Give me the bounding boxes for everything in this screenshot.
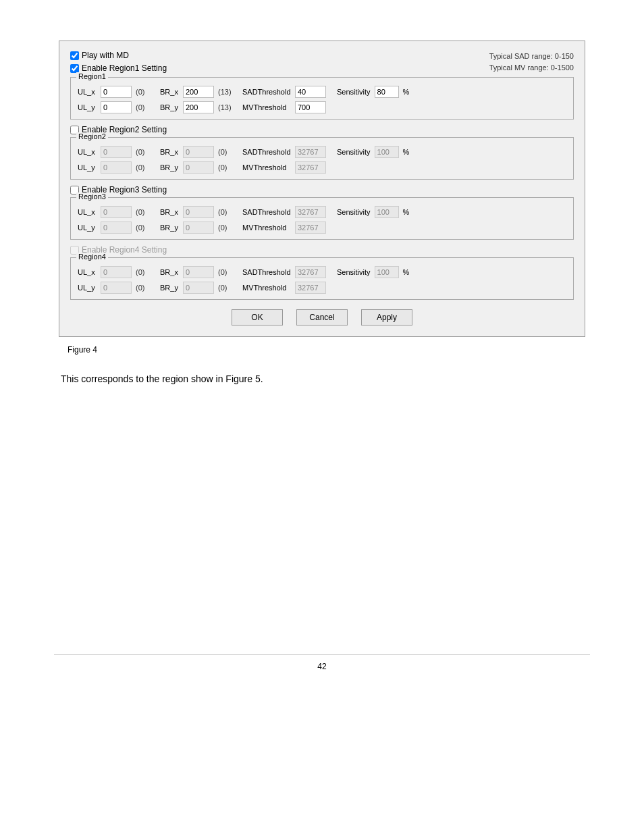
ul-y-paren-r1: (0) — [136, 103, 156, 111]
sensitivity-input-r1[interactable] — [375, 86, 399, 98]
sensitivity-label-r1: Sensitivity — [337, 88, 371, 96]
br-x-input-r4 — [183, 266, 214, 278]
ul-y-input-r2 — [101, 161, 132, 174]
ul-y-paren-r3: (0) — [136, 224, 156, 232]
ul-y-label-r2: UL_y — [78, 163, 97, 172]
sad-label-r1: SADThreshold — [242, 88, 291, 96]
ul-x-paren-r1: (0) — [136, 88, 156, 96]
ul-x-paren-r3: (0) — [136, 208, 156, 216]
ul-y-label-r1: UL_y — [78, 103, 97, 111]
sensitivity-input-r2 — [375, 146, 399, 158]
region4-wrapper: Enable Region4 Setting Region4 UL_x (0) … — [70, 245, 574, 300]
region2-group: Region2 UL_x (0) BR_x (0) SADThreshold S… — [70, 137, 574, 180]
br-y-label-r1: BR_y — [160, 103, 179, 111]
br-x-input-r1[interactable] — [183, 86, 214, 98]
region1-wrapper: Region1 UL_x (0) BR_x (13) SADThreshold … — [70, 77, 574, 120]
sad-input-r4 — [295, 266, 326, 278]
sad-input-r3 — [295, 206, 326, 218]
br-x-label-r3: BR_x — [160, 208, 179, 216]
mv-input-r1[interactable] — [295, 101, 326, 113]
sad-label-r2: SADThreshold — [242, 148, 291, 156]
page: Play with MD Enable Region1 Setting Typi… — [0, 0, 644, 698]
region4-title: Region4 — [76, 253, 108, 261]
region4-group: Region4 UL_x (0) BR_x (0) SADThreshold S… — [70, 257, 574, 300]
enable-region3-row: Enable Region3 Setting — [70, 185, 574, 194]
ul-y-paren-r2: (0) — [136, 163, 156, 172]
typical-info: Typical SAD range: 0-150 Typical MV rang… — [489, 51, 574, 74]
typical-sad: Typical SAD range: 0-150 — [489, 51, 574, 62]
ul-x-label-r1: UL_x — [78, 88, 97, 96]
br-y-input-r1[interactable] — [183, 101, 214, 113]
mv-label-r4: MVThreshold — [242, 284, 291, 292]
ok-button[interactable]: OK — [232, 309, 283, 325]
button-row: OK Cancel Apply — [70, 309, 574, 325]
pct-r3: % — [403, 208, 410, 216]
br-y-label-r4: BR_y — [160, 284, 179, 292]
ul-x-paren-r4: (0) — [136, 268, 156, 276]
ul-y-input-r3 — [101, 221, 132, 234]
ul-x-paren-r2: (0) — [136, 148, 156, 156]
br-y-input-r3 — [183, 221, 214, 234]
ul-x-label-r3: UL_x — [78, 208, 97, 216]
pct-r1: % — [403, 88, 410, 96]
sad-input-r1[interactable] — [295, 86, 326, 98]
region1-title: Region1 — [76, 72, 108, 80]
sad-label-r3: SADThreshold — [242, 208, 291, 216]
cancel-button[interactable]: Cancel — [296, 309, 348, 325]
play-with-md-label: Play with MD — [82, 51, 129, 60]
br-y-paren-r2: (0) — [218, 163, 238, 172]
br-x-paren-r4: (0) — [218, 268, 238, 276]
body-text: This corresponds to the region show in F… — [61, 373, 590, 384]
enable-region2-row: Enable Region2 Setting — [70, 125, 574, 134]
sensitivity-label-r3: Sensitivity — [337, 208, 371, 216]
br-x-label-r2: BR_x — [160, 148, 179, 156]
enable-region1-label: Enable Region1 Setting — [82, 63, 167, 73]
mv-label-r2: MVThreshold — [242, 163, 291, 172]
br-y-paren-r4: (0) — [218, 284, 238, 292]
br-y-input-r2 — [183, 161, 214, 174]
pct-r4: % — [403, 268, 410, 276]
br-x-input-r3 — [183, 206, 214, 218]
ul-x-input-r2 — [101, 146, 132, 158]
top-row: Play with MD Enable Region1 Setting Typi… — [70, 51, 574, 74]
enable-region1-row: Enable Region1 Setting — [70, 63, 167, 73]
sensitivity-input-r3 — [375, 206, 399, 218]
play-with-md-checkbox[interactable] — [70, 51, 79, 60]
sensitivity-label-r4: Sensitivity — [337, 268, 371, 276]
region3-wrapper: Enable Region3 Setting Region3 UL_x (0) … — [70, 185, 574, 240]
br-y-input-r4 — [183, 282, 214, 294]
play-with-md-row: Play with MD — [70, 51, 167, 60]
sensitivity-label-r2: Sensitivity — [337, 148, 371, 156]
ul-y-paren-r4: (0) — [136, 284, 156, 292]
ul-x-label-r4: UL_x — [78, 268, 97, 276]
br-y-label-r3: BR_y — [160, 224, 179, 232]
dialog-box: Play with MD Enable Region1 Setting Typi… — [59, 41, 585, 337]
mv-input-r4 — [295, 282, 326, 294]
sensitivity-input-r4 — [375, 266, 399, 278]
region3-group: Region3 UL_x (0) BR_x (0) SADThreshold S… — [70, 197, 574, 240]
ul-y-label-r3: UL_y — [78, 224, 97, 232]
ul-y-input-r1[interactable] — [101, 101, 132, 113]
typical-mv: Typical MV range: 0-1500 — [489, 62, 574, 74]
enable-region4-row: Enable Region4 Setting — [70, 245, 574, 255]
apply-button[interactable]: Apply — [361, 309, 412, 325]
region2-wrapper: Enable Region2 Setting Region2 UL_x (0) … — [70, 125, 574, 180]
page-number: 42 — [54, 654, 590, 671]
sad-label-r4: SADThreshold — [242, 268, 291, 276]
br-y-paren-r1: (13) — [218, 103, 238, 111]
mv-input-r2 — [295, 161, 326, 174]
mv-label-r3: MVThreshold — [242, 224, 291, 232]
ul-x-input-r1[interactable] — [101, 86, 132, 98]
br-x-paren-r3: (0) — [218, 208, 238, 216]
br-x-paren-r1: (13) — [218, 88, 238, 96]
br-x-paren-r2: (0) — [218, 148, 238, 156]
br-y-paren-r3: (0) — [218, 224, 238, 232]
br-y-label-r2: BR_y — [160, 163, 179, 172]
br-x-label-r4: BR_x — [160, 268, 179, 276]
ul-x-label-r2: UL_x — [78, 148, 97, 156]
ul-y-input-r4 — [101, 282, 132, 294]
region3-title: Region3 — [76, 192, 108, 201]
ul-y-label-r4: UL_y — [78, 284, 97, 292]
br-x-label-r1: BR_x — [160, 88, 179, 96]
enable-region1-checkbox[interactable] — [70, 64, 79, 73]
